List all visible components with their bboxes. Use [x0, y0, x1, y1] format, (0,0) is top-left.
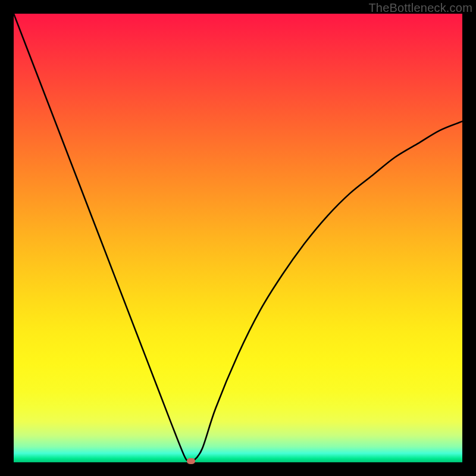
- attribution-text: TheBottleneck.com: [368, 1, 472, 15]
- chart-plot-area: [14, 14, 462, 462]
- minimum-point-marker: [187, 458, 195, 464]
